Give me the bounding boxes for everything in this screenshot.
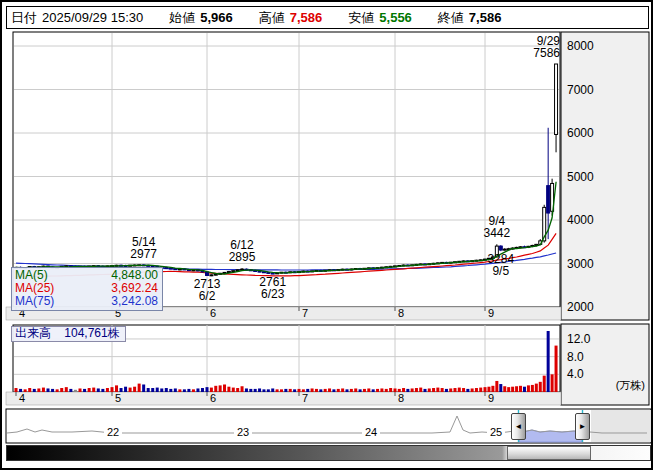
volume-bar	[462, 388, 465, 392]
price-y-tick-label: 2000	[567, 300, 594, 314]
volume-bar	[169, 389, 172, 392]
annotation-text: 6/23	[261, 287, 285, 301]
volume-bar	[332, 389, 335, 392]
volume-bar	[432, 388, 435, 392]
volume-y-tick-label: 12.0	[567, 332, 591, 346]
volume-month-label: 7	[302, 392, 308, 404]
horizontal-scrollbar[interactable]	[6, 445, 651, 461]
volume-bar	[389, 388, 392, 392]
volume-bar	[302, 389, 305, 392]
scrollbar-thumb[interactable]	[507, 446, 591, 460]
volume-bar	[206, 387, 209, 392]
ma75-value: 3,242.08	[111, 295, 158, 308]
volume-bar	[341, 388, 344, 392]
volume-y-tick-label: 8.0	[567, 350, 584, 364]
annotation-text: 2895	[229, 250, 256, 264]
volume-bar	[69, 389, 72, 392]
volume-bar	[543, 376, 546, 392]
volume-bar	[245, 388, 248, 392]
navigator-selection-range[interactable]	[519, 430, 582, 442]
volume-bar	[196, 388, 199, 392]
volume-bar	[511, 387, 514, 392]
volume-month-label: 9	[488, 392, 494, 404]
volume-bar	[531, 385, 534, 392]
volume-bar	[547, 331, 550, 392]
volume-bar	[411, 388, 414, 392]
volume-bar	[56, 389, 59, 392]
volume-bar	[138, 384, 141, 392]
volume-bar	[479, 388, 482, 392]
volume-bar	[354, 388, 357, 392]
volume-bar	[319, 389, 322, 392]
volume-x-axis-strip	[6, 392, 561, 405]
volume-bar	[74, 390, 77, 392]
volume-bar	[47, 388, 50, 392]
volume-bar	[523, 387, 526, 392]
price-y-tick-label: 7000	[567, 83, 594, 97]
volume-month-label: 8	[398, 392, 404, 404]
volume-bar	[92, 388, 95, 392]
volume-bar	[475, 388, 478, 392]
volume-bar	[124, 387, 127, 392]
volume-bar	[499, 384, 502, 392]
volume-bar	[111, 387, 114, 392]
volume-bar	[406, 389, 409, 392]
navigator-year-label: 25	[490, 426, 502, 438]
volume-bar	[60, 388, 63, 392]
candle-body	[555, 64, 558, 134]
volume-bar	[298, 389, 301, 392]
volume-bar	[33, 389, 36, 392]
volume-bar	[219, 385, 222, 392]
annotation-text: 6/2	[199, 289, 216, 303]
moving-average-legend: MA(5) 4,848.00 MA(25) 3,692.24 MA(75) 3,…	[11, 267, 163, 311]
volume-bar	[398, 389, 401, 392]
ma75-label: MA(75)	[15, 295, 54, 308]
volume-bar	[527, 385, 530, 392]
volume-bar	[37, 388, 40, 392]
volume-header: 出来高 104,761株	[11, 326, 126, 342]
volume-bar	[454, 388, 457, 392]
volume-bar	[65, 387, 68, 392]
volume-month-label: 4	[19, 392, 25, 404]
navigator-year-label: 23	[237, 426, 249, 438]
volume-bar	[115, 385, 118, 392]
volume-bar	[183, 389, 186, 392]
volume-bar	[491, 386, 494, 392]
stock-chart-window: 日付 2025/09/29 15:30 始値 5,966 高値 7,586 安値…	[0, 0, 653, 470]
volume-bar	[394, 388, 397, 392]
price-month-label: 6	[210, 307, 216, 319]
volume-bar	[271, 388, 274, 392]
volume-bar	[120, 388, 123, 392]
volume-bar	[555, 346, 558, 392]
price-month-label: 8	[398, 307, 404, 319]
volume-bar	[487, 387, 490, 392]
annotation-text: 2977	[130, 247, 157, 261]
volume-y-tick-label: 4.0	[567, 367, 584, 381]
volume-bar	[441, 388, 444, 392]
volume-bar	[306, 389, 309, 392]
volume-bar	[258, 388, 261, 392]
volume-bar	[88, 388, 91, 392]
volume-bar	[142, 384, 145, 392]
price-y-tick-label: 6000	[567, 126, 594, 140]
volume-bar	[284, 389, 287, 392]
volume-bar	[19, 389, 22, 392]
candle-body	[210, 275, 213, 276]
volume-bar	[551, 374, 554, 392]
candle-body	[214, 274, 217, 275]
volume-bar	[276, 389, 279, 392]
volume-bar	[156, 388, 159, 392]
volume-bar	[539, 382, 542, 392]
volume-bar	[214, 386, 217, 392]
volume-bar	[28, 388, 31, 392]
volume-bar	[436, 388, 439, 392]
volume-bar	[419, 388, 422, 392]
volume-bar	[484, 387, 487, 392]
volume-bar	[311, 388, 314, 392]
volume-bar	[236, 388, 239, 392]
volume-bar	[415, 388, 418, 392]
price-volume-chart: 800070006000500040003000200012.08.04.0(万…	[2, 2, 653, 470]
navigator-left-handle[interactable]: ◄	[511, 413, 526, 440]
navigator-right-handle[interactable]: ►	[575, 413, 590, 440]
volume-bar	[174, 388, 177, 392]
